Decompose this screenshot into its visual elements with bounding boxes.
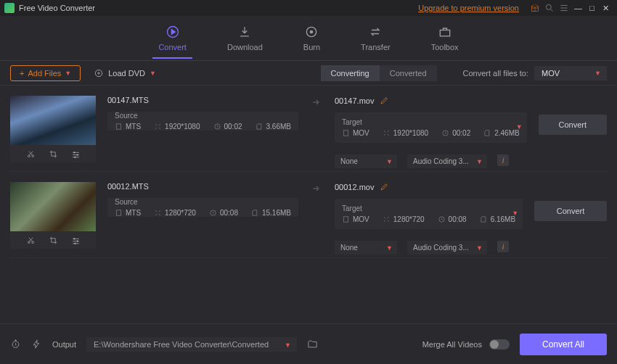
format-icon [115,209,123,217]
subtitle-select[interactable]: None▼ [335,241,397,255]
convert-button[interactable]: Convert [539,115,607,135]
convert-icon [166,25,180,39]
tab-download[interactable]: Download [227,25,263,51]
chevron-down-icon: ▼ [386,158,393,165]
schedule-icon[interactable] [10,339,21,349]
app-title: Free Video Converter [19,4,95,12]
crop-icon[interactable] [49,236,58,245]
merge-videos-control: Merge All Videos [422,339,510,349]
src-size: 3.66MB [266,123,291,131]
trim-icon[interactable] [26,236,36,245]
info-icon[interactable]: i [497,241,509,252]
convert-all-label: Convert all files to: [463,69,528,78]
svg-rect-15 [343,131,348,136]
subtitle-select[interactable]: None▼ [335,154,397,168]
output-format-value: MOV [542,69,560,78]
output-path-select[interactable]: E:\Wondershare Free Video Converter\Conv… [86,337,297,352]
audio-select[interactable]: Audio Coding 3...▼ [407,241,487,255]
load-dvd-button[interactable]: Load DVD ▼ [94,68,156,78]
target-label: Target [342,118,520,126]
settings-icon[interactable] [71,236,81,245]
search-icon[interactable] [544,3,555,13]
output-label: Output [52,340,76,349]
gpu-accel-icon[interactable] [31,339,42,349]
tgt-resolution: 1280*720 [393,215,425,223]
tab-convert[interactable]: Convert [158,25,187,51]
subtitle-value: None [340,157,358,165]
toolbox-icon [438,25,452,39]
svg-point-12 [74,157,75,158]
seg-converted[interactable]: Converted [380,65,437,81]
size-icon [256,123,263,131]
source-filename: 00012.MTS [107,182,298,191]
resolution-icon [154,123,162,131]
svg-point-7 [98,72,99,73]
source-label: Source [115,112,291,120]
svg-point-8 [28,154,30,157]
convert-button[interactable]: Convert [534,201,607,221]
video-thumbnail[interactable] [10,96,96,145]
svg-point-19 [73,238,75,239]
tab-transfer-label: Transfer [361,43,391,51]
svg-point-21 [74,243,75,244]
audio-select[interactable]: Audio Coding 3...▼ [407,154,487,168]
tab-transfer[interactable]: Transfer [361,25,391,51]
footer: Output E:\Wondershare Free Video Convert… [0,323,617,364]
duration-icon [213,123,221,131]
burn-icon [304,25,319,39]
edit-icon[interactable] [380,182,389,191]
settings-icon[interactable] [71,149,81,159]
edit-tools [10,231,96,249]
add-files-button[interactable]: + Add Files ▼ [10,65,81,81]
gift-icon[interactable] [530,3,540,13]
load-dvd-label: Load DVD [108,69,145,78]
app-logo-icon [4,3,15,13]
video-thumbnail[interactable] [10,182,96,231]
resolution-icon [154,209,162,217]
merge-toggle[interactable] [489,339,510,349]
svg-point-6 [96,70,102,76]
edit-tools [10,145,96,162]
chevron-down-icon[interactable]: ▼ [512,210,518,217]
output-path-value: E:\Wondershare Free Video Converter\Conv… [94,340,269,349]
target-panel[interactable]: Target MOV 1920*1080 00:02 2.46MB [335,112,527,143]
minimize-button[interactable]: — [573,4,583,13]
chevron-down-icon: ▼ [476,158,483,165]
open-folder-icon[interactable] [307,339,318,349]
transfer-icon [368,25,383,39]
convert-all-button[interactable]: Convert All [520,334,607,355]
tab-toolbox[interactable]: Toolbox [431,25,459,51]
duration-icon [441,129,449,137]
seg-converting[interactable]: Converting [321,65,380,81]
size-icon [251,209,259,217]
nav-tabs: Convert Download Burn Transfer Toolbox [0,16,617,61]
info-icon[interactable]: i [497,154,509,166]
crop-icon[interactable] [49,149,58,159]
menu-icon[interactable] [559,3,569,13]
trim-icon[interactable] [26,149,36,159]
tgt-format: MOV [353,129,369,137]
svg-rect-13 [116,124,120,129]
tgt-resolution: 1920*1080 [393,129,428,137]
output-format-select[interactable]: MOV ▼ [534,66,607,80]
target-panel[interactable]: Target MOV 1280*720 00:08 6.16MB [335,199,523,229]
file-item: 00012.MTS Source MTS 1280*720 00:08 15.1… [10,172,607,258]
duration-icon [438,215,446,223]
plus-icon: + [20,69,24,78]
chevron-down-icon[interactable]: ▼ [516,123,523,131]
chevron-down-icon: ▼ [65,70,71,77]
edit-icon[interactable] [380,96,389,105]
tab-toolbox-label: Toolbox [431,43,459,51]
upgrade-premium-link[interactable]: Upgrade to premium version [418,4,519,12]
source-panel: Source MTS 1280*720 00:08 15.16MB [107,198,298,217]
format-icon [342,215,350,223]
disc-icon [94,68,104,78]
close-button[interactable]: ✕ [601,4,610,13]
size-icon [483,129,491,137]
tgt-duration: 00:08 [449,215,467,223]
maximize-button[interactable]: □ [587,4,597,13]
target-label: Target [342,204,515,212]
arrow-icon [310,182,323,197]
arrow-icon [310,96,323,110]
tab-burn[interactable]: Burn [303,25,320,51]
